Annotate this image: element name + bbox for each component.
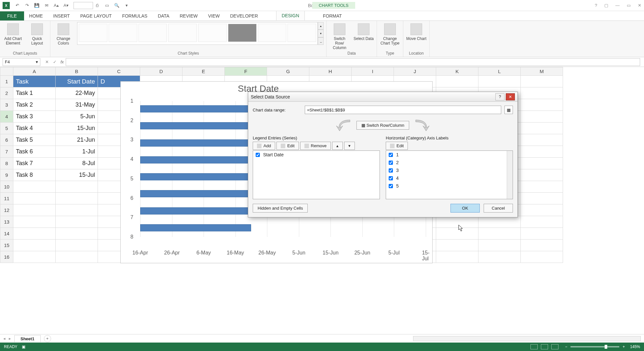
series-remove-button[interactable]: Remove: [300, 142, 331, 150]
cell[interactable]: [13, 251, 56, 263]
row-header[interactable]: 2: [0, 87, 13, 99]
save-icon[interactable]: 💾: [33, 1, 41, 10]
column-header[interactable]: B: [56, 67, 98, 76]
cell[interactable]: [521, 181, 563, 193]
axis-item-checkbox[interactable]: [389, 168, 393, 173]
axis-item-checkbox[interactable]: [389, 153, 393, 157]
cell[interactable]: [56, 193, 98, 204]
cell[interactable]: 1-Jul: [56, 146, 98, 158]
row-header[interactable]: 5: [0, 123, 13, 134]
cell[interactable]: [13, 204, 56, 216]
cell[interactable]: [56, 181, 98, 193]
row-header[interactable]: 8: [0, 158, 13, 169]
quick-layout-button[interactable]: Quick Layout: [27, 22, 47, 46]
cell[interactable]: [521, 240, 563, 251]
help-icon[interactable]: ?: [595, 3, 597, 8]
cell[interactable]: [478, 251, 521, 263]
chart-style-thumb[interactable]: [109, 24, 137, 42]
row-header[interactable]: 12: [0, 204, 13, 216]
column-header[interactable]: G: [267, 67, 309, 76]
cell[interactable]: [56, 251, 98, 263]
add-chart-element-button[interactable]: Add Chart Element: [3, 22, 23, 46]
font-decrease-icon[interactable]: A▾: [62, 1, 70, 10]
cell[interactable]: [13, 216, 56, 228]
tab-developer[interactable]: DEVELOPER: [225, 11, 263, 20]
email-icon[interactable]: ✉: [42, 1, 51, 10]
cell[interactable]: [521, 193, 563, 204]
axis-listbox[interactable]: 12345: [386, 150, 513, 199]
axis-item-checkbox[interactable]: [389, 184, 393, 188]
column-header[interactable]: H: [309, 67, 352, 76]
series-item[interactable]: Start Date: [253, 151, 380, 159]
tab-home[interactable]: HOME: [24, 11, 48, 20]
cell[interactable]: [521, 146, 563, 158]
cell[interactable]: [13, 193, 56, 204]
tab-review[interactable]: REVIEW: [174, 11, 203, 20]
cell[interactable]: Task 5: [13, 134, 56, 146]
switch-row-column-button[interactable]: Switch Row/ Column: [329, 22, 350, 50]
dialog-close-icon[interactable]: ✕: [506, 93, 515, 100]
tab-format[interactable]: FORMAT: [318, 11, 347, 20]
fx-icon[interactable]: fx: [60, 59, 64, 64]
tab-design[interactable]: DESIGN: [276, 11, 305, 20]
macro-record-icon[interactable]: ▣: [22, 344, 25, 349]
series-edit-button[interactable]: Edit: [276, 142, 299, 150]
close-icon[interactable]: ✕: [638, 3, 641, 8]
series-item-checkbox[interactable]: [256, 153, 260, 157]
cell[interactable]: [56, 204, 98, 216]
cell[interactable]: [436, 228, 478, 240]
cell[interactable]: [478, 240, 521, 251]
view-page-break-icon[interactable]: [551, 344, 558, 349]
series-move-down-button[interactable]: ▾: [344, 142, 355, 150]
cell[interactable]: [478, 228, 521, 240]
column-header[interactable]: F: [225, 67, 267, 76]
row-header[interactable]: 15: [0, 240, 13, 251]
cell[interactable]: [521, 251, 563, 263]
select-data-button[interactable]: Select Data: [353, 22, 374, 41]
cell[interactable]: [478, 76, 521, 87]
axis-item[interactable]: 5: [386, 182, 513, 190]
cell[interactable]: Task 4: [13, 123, 56, 134]
axis-item[interactable]: 2: [386, 159, 513, 166]
cell[interactable]: 8-Jul: [56, 158, 98, 169]
worksheet-grid[interactable]: ABCDEFGHIJKLM1TaskStart DateD2Task 122-M…: [0, 67, 644, 334]
chart-style-thumb[interactable]: [258, 24, 287, 42]
zoom-out-icon[interactable]: −: [565, 344, 567, 349]
font-increase-icon[interactable]: A▴: [52, 1, 60, 10]
row-header[interactable]: 3: [0, 99, 13, 111]
chart-style-thumb[interactable]: [139, 24, 167, 42]
listbox-scrollbar[interactable]: [507, 151, 513, 199]
cell[interactable]: [521, 99, 563, 111]
ribbon-options-icon[interactable]: ▢: [604, 3, 608, 8]
cell[interactable]: [436, 216, 478, 228]
cell[interactable]: [521, 111, 563, 123]
axis-item[interactable]: 3: [386, 166, 513, 174]
column-header[interactable]: K: [436, 67, 478, 76]
row-header[interactable]: 1: [0, 76, 13, 87]
print-preview-icon[interactable]: 🔍: [113, 1, 121, 10]
cell[interactable]: [521, 134, 563, 146]
view-page-layout-icon[interactable]: [541, 344, 548, 349]
cell[interactable]: [436, 76, 478, 87]
dialog-help-icon[interactable]: ?: [495, 93, 504, 100]
change-chart-type-button[interactable]: Change Chart Type: [380, 22, 400, 46]
row-header[interactable]: 6: [0, 134, 13, 146]
chart-styles-gallery[interactable]: [77, 22, 318, 45]
chart-style-thumb[interactable]: [79, 24, 107, 42]
range-picker-icon[interactable]: ▦: [504, 106, 513, 114]
cell[interactable]: [521, 76, 563, 87]
cell[interactable]: [436, 240, 478, 251]
tab-nav-next-icon[interactable]: ▸: [9, 336, 11, 341]
zoom-in-icon[interactable]: +: [623, 344, 625, 349]
change-colors-button[interactable]: Change Colors: [53, 22, 74, 46]
chart-data-range-input[interactable]: =Sheet1!$B$1:$B$9: [305, 106, 501, 114]
chart-bar[interactable]: [140, 224, 251, 231]
chart-style-thumb[interactable]: [288, 24, 316, 42]
column-header[interactable]: A: [13, 67, 56, 76]
column-header[interactable]: I: [352, 67, 394, 76]
tab-nav-prev-icon[interactable]: ◂: [3, 336, 6, 341]
row-header[interactable]: 10: [0, 181, 13, 193]
tab-page-layout[interactable]: PAGE LAYOUT: [75, 11, 117, 20]
cell[interactable]: [521, 216, 563, 228]
tab-insert[interactable]: INSERT: [48, 11, 75, 20]
